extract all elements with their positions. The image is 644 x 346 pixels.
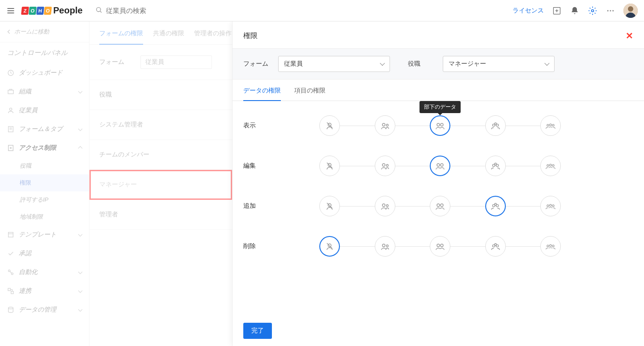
perm-row: 削除 [243, 226, 633, 266]
sidebar-section-title: コントロールパネル [0, 42, 89, 63]
perm-self[interactable] [375, 156, 395, 176]
sidebar-sub-allowed-ip[interactable]: 許可するIP [0, 191, 89, 208]
dashboard-icon [7, 69, 14, 76]
perm-options [315, 236, 565, 257]
permissions-panel: 権限 ✕ フォーム 従業員 役職 マネージャー データの権限 項目の権限 表示部… [233, 21, 644, 346]
mid-role-manager[interactable]: マネージャー [89, 170, 232, 200]
license-link[interactable]: ライセンス [513, 7, 544, 15]
svg-point-8 [592, 9, 594, 12]
sidebar-item-approvals[interactable]: 承認 [0, 244, 89, 263]
sidebar-sub-permissions[interactable]: 権限 [0, 174, 89, 191]
svg-point-9 [607, 10, 609, 11]
svg-point-29 [8, 307, 13, 309]
sidebar-item-label: 連携 [19, 287, 31, 295]
mid-tab-admin-ops[interactable]: 管理者の操作 [194, 21, 232, 44]
sidebar-item-data-admin[interactable]: データの管理 [0, 300, 89, 319]
sidebar-item-access-control[interactable]: アクセス制限 [0, 139, 89, 157]
done-button[interactable]: 完了 [243, 323, 272, 339]
perm-row-label: 編集 [243, 162, 315, 170]
perm-subordinates[interactable]: 部下のデータ [430, 115, 450, 136]
sidebar-item-label: 組織 [19, 88, 31, 96]
user-icon [7, 107, 14, 114]
perm-subordinates-plus[interactable] [485, 156, 506, 176]
org-icon [7, 88, 14, 95]
panel-role-select[interactable]: マネージャー [443, 56, 555, 72]
mid-role-sysadmin[interactable]: システム管理者 [89, 110, 232, 140]
close-icon[interactable]: ✕ [626, 30, 633, 41]
panel-tab-field-permissions[interactable]: 項目の権限 [294, 80, 326, 101]
svg-point-3 [96, 8, 100, 12]
sidebar-item-integrations[interactable]: 連携 [0, 282, 89, 300]
perm-self[interactable] [375, 196, 395, 216]
perm-none[interactable] [319, 236, 340, 257]
svg-point-13 [628, 6, 633, 12]
more-icon[interactable] [606, 6, 615, 16]
mid-tab-common-permissions[interactable]: 共通の権限 [153, 21, 184, 44]
hamburger-menu[interactable] [0, 6, 21, 15]
perm-options: 部下のデータ [315, 115, 565, 136]
mid-role-admin[interactable]: 管理者 [89, 200, 232, 230]
mid-form-input[interactable] [140, 55, 212, 69]
perm-all[interactable] [540, 236, 561, 257]
perm-none[interactable] [319, 196, 340, 216]
perm-row-label: 表示 [243, 122, 315, 130]
perm-subordinates[interactable] [430, 196, 450, 216]
svg-point-22 [10, 148, 12, 149]
perm-options [315, 156, 565, 176]
search-input[interactable] [102, 4, 237, 17]
perm-all[interactable] [540, 115, 561, 136]
chevron-left-icon [7, 30, 11, 34]
gear-icon[interactable] [588, 6, 597, 16]
perm-all[interactable] [540, 196, 561, 216]
perm-self[interactable] [375, 236, 395, 257]
sidebar-sub-geo-restriction[interactable]: 地域制限 [0, 208, 89, 225]
sidebar-item-organization[interactable]: 組織 [0, 82, 89, 101]
svg-rect-23 [8, 232, 13, 237]
perm-subordinates[interactable] [430, 156, 450, 176]
panel-title: 権限 [243, 31, 258, 41]
mid-role-team-member[interactable]: チームのメンバー [89, 140, 232, 170]
svg-rect-16 [8, 90, 13, 94]
perm-row-label: 追加 [243, 202, 315, 210]
perm-none[interactable] [319, 115, 340, 136]
perm-subordinates-plus[interactable] [485, 115, 506, 136]
mid-form-label: フォーム [99, 58, 135, 66]
app-name: People [53, 5, 83, 16]
perm-subordinates[interactable] [430, 236, 450, 257]
sidebar-item-label: テンプレート [19, 231, 56, 239]
form-icon [7, 126, 14, 133]
panel-tab-data-permissions[interactable]: データの権限 [243, 80, 281, 101]
sidebar-sub-roles[interactable]: 役職 [0, 157, 89, 174]
sidebar-item-dashboard[interactable]: ダッシュボード [0, 63, 89, 82]
search-icon [95, 6, 102, 15]
svg-rect-21 [8, 145, 13, 151]
back-label: ホームに移動 [14, 28, 49, 36]
lock-icon [7, 144, 14, 152]
sidebar-item-employees[interactable]: 従業員 [0, 101, 89, 120]
perm-self[interactable] [375, 115, 395, 136]
sidebar-item-forms-tabs[interactable]: フォーム＆タブ [0, 120, 89, 139]
perm-none[interactable] [319, 156, 340, 176]
mid-role-label: 役職 [99, 91, 135, 99]
svg-rect-28 [11, 291, 13, 294]
sidebar-item-label: 自動化 [19, 268, 38, 276]
sidebar-item-label: データの管理 [19, 306, 56, 314]
mid-tab-form-permissions[interactable]: フォームの権限 [99, 21, 143, 45]
perm-subordinates-plus[interactable] [485, 236, 506, 257]
app-logo[interactable]: Z O H O People [21, 5, 90, 16]
panel-form-select[interactable]: 従業員 [278, 56, 390, 72]
user-avatar[interactable] [623, 4, 638, 18]
back-to-home[interactable]: ホームに移動 [0, 21, 89, 42]
perm-subordinates-plus[interactable] [485, 196, 506, 216]
add-icon[interactable] [552, 6, 562, 16]
sidebar-item-automation[interactable]: 自動化 [0, 263, 89, 282]
sidebar-item-templates[interactable]: テンプレート [0, 225, 89, 244]
perm-all[interactable] [540, 156, 561, 176]
template-icon [7, 231, 14, 238]
tooltip: 部下のデータ [419, 101, 461, 113]
svg-line-4 [100, 11, 102, 13]
bell-icon[interactable] [570, 6, 580, 16]
svg-point-10 [610, 10, 611, 11]
sidebar-item-label: 承認 [19, 249, 31, 257]
sidebar-item-label: アクセス制限 [19, 144, 56, 152]
